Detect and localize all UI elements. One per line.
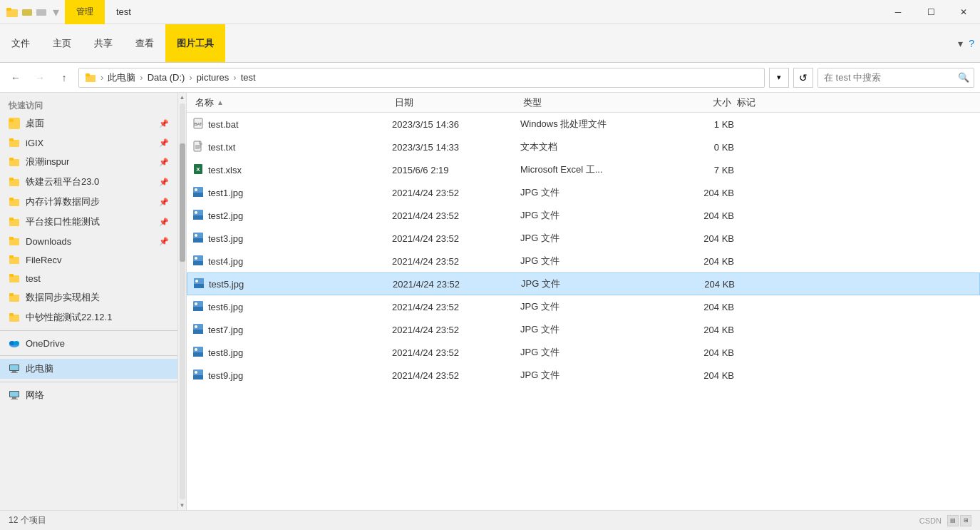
- file-name-label: test.xlsx: [208, 165, 242, 175]
- sidebar-item-desktop[interactable]: 桌面 📌: [0, 113, 177, 133]
- table-row[interactable]: test9.jpg 2021/4/24 23:52 JPG 文件 204 KB: [187, 364, 980, 387]
- ribbon-expand-icon[interactable]: ▾: [958, 38, 963, 49]
- sidebar-item-inspur[interactable]: 浪潮inspur 📌: [0, 152, 177, 172]
- restore-button[interactable]: ☐: [914, 0, 947, 24]
- file-size-cell: 204 KB: [663, 370, 734, 381]
- file-icon-jpg: [192, 232, 204, 245]
- search-box[interactable]: 🔍: [817, 68, 974, 88]
- table-row[interactable]: test7.jpg 2021/4/24 23:52 JPG 文件 204 KB: [187, 318, 980, 341]
- file-name-cell: test6.jpg: [192, 300, 392, 314]
- sidebar-scrollbar[interactable]: ▲ ▼: [178, 93, 187, 510]
- file-type-cell: JPG 文件: [520, 209, 663, 222]
- title-manage-tab[interactable]: 管理: [65, 0, 105, 24]
- file-size-cell: 7 KB: [663, 165, 734, 175]
- status-bar: 12 个项目 CSDN ▤ ⊞: [0, 510, 980, 530]
- ribbon-help-icon[interactable]: ?: [969, 38, 974, 49]
- path-dropdown-button[interactable]: ▾: [769, 68, 789, 88]
- sidebar-scroll-track: [180, 103, 185, 499]
- col-header-date[interactable]: 日期: [392, 96, 520, 109]
- svg-rect-7: [9, 119, 14, 122]
- file-name-cell: test7.jpg: [192, 323, 392, 337]
- file-name-label: test9.jpg: [208, 370, 243, 381]
- svg-point-55: [195, 234, 197, 237]
- refresh-button[interactable]: ↺: [793, 68, 813, 88]
- col-header-size[interactable]: 大小: [663, 96, 734, 109]
- address-path-bar[interactable]: › 此电脑 › Data (D:) › pictures › test: [78, 68, 765, 88]
- sidebar-item-datasync[interactable]: 数据同步实现相关: [0, 287, 177, 307]
- pin-icon: [36, 6, 47, 18]
- col-header-tag[interactable]: 标记: [734, 96, 974, 109]
- table-row[interactable]: X test.xlsx 2015/6/6 2:19 Microsoft Exce…: [187, 158, 980, 181]
- sidebar-item-test[interactable]: test: [0, 269, 177, 287]
- sidebar-scroll-down[interactable]: ▼: [180, 501, 185, 510]
- list-view-button[interactable]: ▤: [947, 515, 959, 526]
- ribbon-tab-share[interactable]: 共享: [83, 24, 124, 62]
- svg-rect-17: [9, 218, 14, 220]
- sidebar-scroll-up[interactable]: ▲: [180, 93, 185, 102]
- forward-button[interactable]: →: [30, 68, 50, 88]
- file-name-cell: test1.jpg: [192, 186, 392, 200]
- svg-rect-5: [86, 73, 90, 76]
- file-name-label: test4.jpg: [208, 256, 243, 267]
- pin-icon-desktop: 📌: [159, 119, 169, 128]
- svg-rect-15: [9, 198, 14, 200]
- quick-access-icon: [21, 6, 33, 18]
- sidebar-item-this-computer[interactable]: 此电脑: [0, 359, 177, 379]
- search-button[interactable]: 🔍: [954, 68, 974, 88]
- ribbon-tab-view[interactable]: 查看: [124, 24, 165, 62]
- svg-rect-25: [9, 293, 14, 296]
- table-row[interactable]: test8.jpg 2021/4/24 23:52 JPG 文件 204 KB: [187, 341, 980, 364]
- detail-view-button[interactable]: ⊞: [960, 515, 971, 526]
- svg-point-64: [195, 302, 197, 305]
- table-row[interactable]: BAT test.bat 2023/3/15 14:36 Windows 批处理…: [187, 113, 980, 136]
- ribbon-tab-tools[interactable]: 图片工具: [165, 24, 225, 62]
- table-row[interactable]: test1.jpg 2021/4/24 23:52 JPG 文件 204 KB: [187, 181, 980, 204]
- path-segment-2: pictures: [197, 72, 229, 83]
- file-name-label: test5.jpg: [209, 279, 244, 290]
- sidebar-item-network[interactable]: 网络: [0, 385, 177, 405]
- table-row[interactable]: test3.jpg 2021/4/24 23:52 JPG 文件 204 KB: [187, 227, 980, 250]
- path-segment-1: Data (D:): [148, 72, 185, 83]
- ribbon-tab-home[interactable]: 主页: [41, 24, 83, 62]
- file-date-cell: 2023/3/15 14:36: [392, 119, 520, 130]
- close-button[interactable]: ✕: [947, 0, 980, 24]
- folder-icon-igix: [9, 137, 20, 148]
- main-layout: 快速访问 桌面 📌 iGIX 📌 浪潮inspur 📌: [0, 93, 980, 510]
- table-row[interactable]: test6.jpg 2021/4/24 23:52 JPG 文件 204 KB: [187, 295, 980, 318]
- minimize-button[interactable]: ─: [882, 0, 914, 24]
- svg-point-73: [195, 371, 197, 374]
- table-row[interactable]: test2.jpg 2021/4/24 23:52 JPG 文件 204 KB: [187, 204, 980, 227]
- search-input[interactable]: [818, 72, 954, 83]
- file-name-cell: test9.jpg: [192, 369, 392, 382]
- ribbon-tab-file[interactable]: 文件: [0, 24, 41, 62]
- table-row[interactable]: test5.jpg 2021/4/24 23:52 JPG 文件 204 KB: [187, 272, 980, 295]
- sidebar-item-memory[interactable]: 内存计算数据同步 📌: [0, 192, 177, 212]
- folder-icon-tiejian: [9, 176, 20, 188]
- file-size-cell: 204 KB: [663, 256, 734, 267]
- file-date-cell: 2021/4/24 23:52: [392, 347, 520, 358]
- file-date-cell: 2021/4/24 23:52: [392, 325, 520, 335]
- svg-text:X: X: [196, 166, 200, 173]
- back-button[interactable]: ←: [6, 68, 26, 88]
- sidebar-item-downloads[interactable]: Downloads 📌: [0, 232, 177, 250]
- table-row[interactable]: test.txt 2023/3/15 14:33 文本文档 0 KB: [187, 136, 980, 158]
- sidebar-item-igix[interactable]: iGIX 📌: [0, 133, 177, 152]
- pin-icon-igix: 📌: [159, 138, 169, 148]
- file-name-cell: test5.jpg: [193, 277, 393, 291]
- table-row[interactable]: test4.jpg 2021/4/24 23:52 JPG 文件 204 KB: [187, 250, 980, 272]
- up-button[interactable]: ↑: [54, 68, 74, 88]
- sidebar-item-platform[interactable]: 平台接口性能测试 📌: [0, 212, 177, 232]
- sidebar-item-onedrive[interactable]: OneDrive: [0, 334, 177, 352]
- file-name-cell: test8.jpg: [192, 346, 392, 360]
- sidebar-item-filerecv[interactable]: FileRecv: [0, 250, 177, 269]
- status-item-count: 12 个项目: [9, 514, 46, 526]
- col-header-name[interactable]: 名称 ▲: [192, 96, 392, 109]
- col-header-type[interactable]: 类型: [520, 96, 663, 109]
- file-name-cell: X test.xlsx: [192, 163, 392, 177]
- svg-rect-37: [12, 397, 16, 399]
- file-name-label: test7.jpg: [208, 325, 243, 335]
- sidebar-item-zhongchao[interactable]: 中钞性能测试22.12.1: [0, 307, 177, 327]
- sidebar-scroll-thumb[interactable]: [180, 143, 185, 263]
- file-type-cell: JPG 文件: [520, 255, 663, 267]
- sidebar-item-tiejian[interactable]: 铁建云租平台23.0 📌: [0, 172, 177, 192]
